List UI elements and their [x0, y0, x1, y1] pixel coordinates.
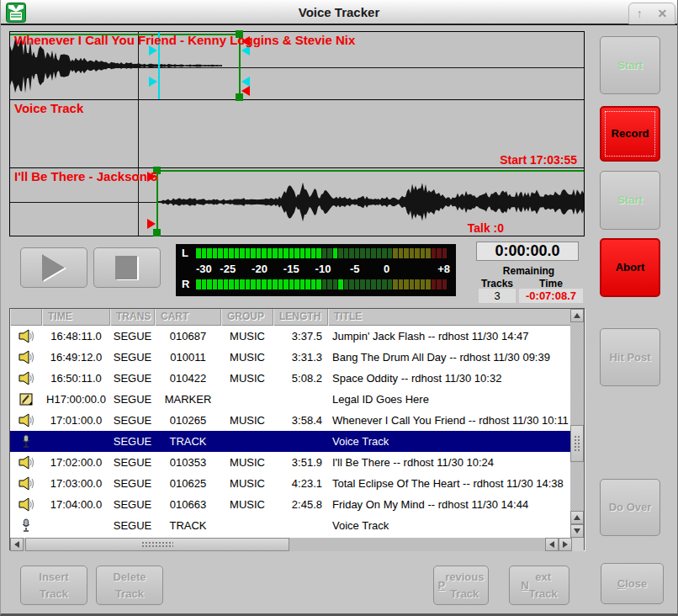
meter-segment [421, 279, 426, 289]
stop-button[interactable] [93, 247, 161, 288]
waveform-editor[interactable]: Whenever I Call You Friend - Kenny Loggi… [9, 31, 585, 236]
log-body: 16:48:11.0SEGUE010687MUSIC3:37.5Jumpin' … [10, 326, 572, 536]
insert-track-button[interactable]: Insert Track [20, 566, 87, 605]
cell-length: 3:51.9 [273, 452, 328, 473]
cell-group [221, 431, 273, 452]
meter-segment [355, 279, 360, 289]
meter-segment [388, 248, 393, 258]
cell-time: 16:49:12.0 [42, 347, 110, 368]
cell-length: 2:45.8 [273, 494, 328, 515]
cell-time: 16:50:11.0 [42, 368, 110, 389]
hit-post-button[interactable]: Hit Post [600, 328, 660, 386]
cell-trans: SEGUE [110, 347, 155, 368]
log-header-length: LENGTH [273, 309, 328, 326]
log-row-5[interactable]: SEGUETRACKVoice Track [10, 431, 572, 452]
delete-track-button[interactable]: Delete Track [96, 566, 163, 605]
playback-position-line [138, 32, 139, 236]
meter-segment [442, 279, 448, 289]
scroll-up-button[interactable] [570, 309, 584, 322]
log-row-2[interactable]: 16:50:11.0SEGUE010422MUSIC5:08.2Space Od… [10, 368, 572, 389]
scroll-up-button-2[interactable] [570, 511, 584, 524]
do-over-button[interactable]: Do Over [600, 479, 660, 536]
log-row-4[interactable]: 17:01:00.0SEGUE010265MUSIC3:58.4Whenever… [10, 410, 572, 431]
abort-button[interactable]: Abort [600, 238, 660, 297]
vertical-scroll-thumb[interactable] [570, 425, 584, 462]
scroll-left-button[interactable] [10, 538, 24, 551]
meter-segment [207, 248, 212, 258]
cell-time: 17:01:00.0 [42, 410, 110, 431]
cell-cart: 010687 [155, 326, 221, 347]
track3-start-handle[interactable] [153, 229, 161, 236]
log-row-8[interactable]: 17:04:00.0SEGUE010663MUSIC2:45.8Friday O… [10, 494, 572, 515]
remaining-time-label: Time [521, 278, 581, 289]
log-row-7[interactable]: 17:03:00.0SEGUE010625MUSIC4:23.1Total Ec… [10, 473, 572, 494]
cell-length: 3:58.4 [273, 410, 328, 431]
speaker-icon [10, 368, 42, 389]
log-header-group: GROUP [221, 309, 273, 326]
meter-segment [344, 279, 349, 289]
meter-segment [218, 279, 223, 289]
cell-trans: SEGUE [110, 368, 155, 389]
meter-segment [240, 248, 245, 258]
meter-right-label: R [182, 279, 189, 289]
meter-scale-label: -20 [252, 263, 267, 276]
meter-segment [393, 279, 398, 289]
app-logo-icon [6, 3, 26, 23]
horizontal-scroll-thumb[interactable] [25, 538, 289, 551]
meter-segment [442, 248, 448, 258]
start-track1-button[interactable]: Start [600, 36, 660, 94]
cell-title: Friday On My Mind -- rdhost 11/30 14:44 [328, 494, 572, 515]
track1-fade-handle-icon[interactable] [149, 77, 157, 87]
meter-segment [388, 279, 393, 289]
scroll-down-button[interactable] [570, 524, 584, 538]
meter-segment [251, 248, 256, 258]
meter-segment [366, 279, 371, 289]
previous-track-button[interactable]: PreviousTrack [433, 566, 489, 605]
meter-segment [404, 248, 409, 258]
meter-segment [251, 279, 256, 289]
track1-end-handle-icon[interactable] [241, 86, 250, 96]
cell-cart: 010353 [155, 452, 221, 473]
meter-segment [410, 248, 415, 258]
log-row-3[interactable]: H17:00:00.0SEGUEMARKERLegal ID Goes Here [10, 389, 572, 410]
meter-segment [426, 248, 431, 258]
speaker-icon [10, 494, 42, 515]
start-track3-button[interactable]: Start [600, 171, 660, 230]
track3-talk-time: Talk :0 [468, 221, 504, 235]
cell-trans: SEGUE [110, 431, 155, 452]
speaker-icon [10, 410, 42, 431]
vertical-scrollbar[interactable] [570, 309, 584, 551]
cell-trans: SEGUE [110, 515, 155, 536]
meter-segment [349, 279, 354, 289]
meter-segment [327, 248, 332, 258]
log-row-6[interactable]: 17:02:00.0SEGUE010353MUSIC3:51.9I'll Be … [10, 452, 572, 473]
play-button[interactable] [20, 247, 87, 288]
next-track-button[interactable]: NextTrack [509, 566, 569, 605]
track3-segue-level-line [156, 170, 584, 172]
scroll-right-button[interactable] [559, 538, 572, 551]
record-button[interactable]: Record [600, 106, 660, 162]
meter-segment [305, 279, 310, 289]
log-row-0[interactable]: 16:48:11.0SEGUE010687MUSIC3:37.5Jumpin' … [10, 326, 572, 347]
cell-group [221, 515, 273, 536]
horizontal-scrollbar[interactable] [10, 538, 572, 551]
shade-window-icon[interactable]: ↑ [637, 8, 643, 19]
meter-scale: -30-25-20-15-10-50+8 [196, 263, 450, 276]
close-window-icon[interactable]: ✕ [657, 8, 667, 19]
meter-segment [349, 248, 354, 258]
cell-group: MUSIC [221, 326, 273, 347]
cell-title: Legal ID Goes Here [328, 389, 572, 410]
close-button[interactable]: Close [601, 563, 664, 604]
log-row-9[interactable]: SEGUETRACKVoice Track [10, 515, 572, 536]
meter-segment [426, 279, 431, 289]
mic-icon [10, 431, 42, 452]
scroll-left-button-2[interactable] [545, 538, 559, 551]
meter-segment [366, 248, 371, 258]
track3-start-handle-icon[interactable] [147, 219, 156, 229]
log-row-1[interactable]: 16:49:12.0SEGUE010011MUSIC3:31.3Bang The… [10, 347, 572, 368]
cell-group: MUSIC [221, 347, 273, 368]
meter-segment [257, 279, 262, 289]
meter-scale-label: -30 [196, 263, 212, 276]
meter-left-label: L [182, 248, 188, 258]
speaker-icon [10, 452, 42, 473]
